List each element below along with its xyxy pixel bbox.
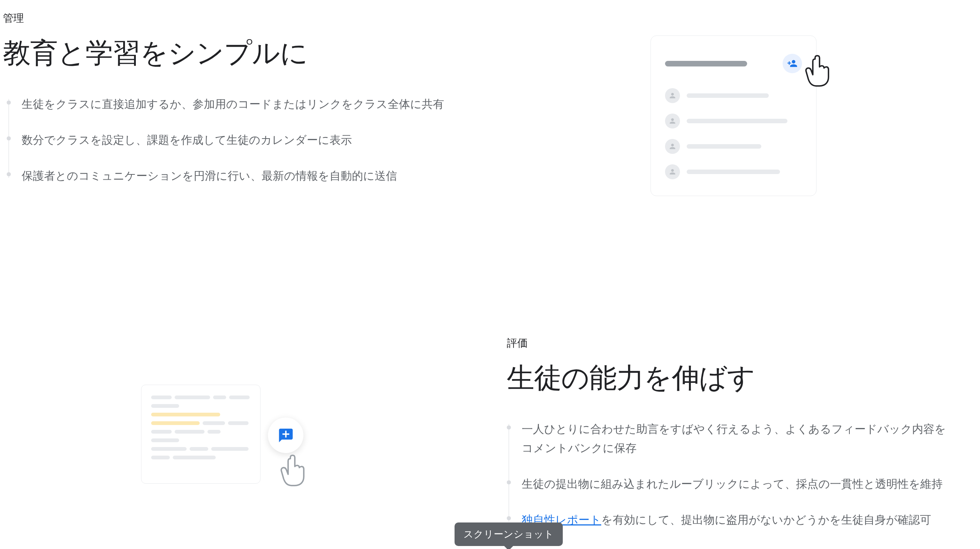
section-eyebrow: 評価 [507, 336, 973, 350]
list-item: 生徒の提出物に組み込まれたルーブリックによって、採点の一貫性と透明性を維持 [507, 474, 955, 493]
section-manage: 管理 教育と学習をシンプルに 生徒をクラスに直接追加するか、参加用のコードまたは… [3, 11, 973, 202]
placeholder-line [687, 93, 769, 98]
list-item: 保護者とのコミュニケーションを円滑に行い、最新の情報を自動的に送信 [7, 166, 447, 185]
list-item: 数分でクラスを設定し、課題を作成して生徒のカレンダーに表示 [7, 130, 447, 149]
placeholder-title [665, 61, 747, 67]
person-row [665, 164, 802, 179]
avatar [665, 139, 680, 154]
add-comment-button [268, 418, 304, 453]
placeholder-line [687, 144, 761, 148]
add-comment-icon [278, 427, 294, 444]
list-item-tail: を有効にして、提出物に盗用がないかどうかを生徒自身が確認可 [601, 514, 931, 526]
document-comment-illustration [141, 385, 328, 484]
section-evaluate: 評価 生徒の能力を伸ばす 一人ひとりに合わせた助言をすばやく行えるよう、よくある… [3, 336, 973, 546]
list-item: 一人ひとりに合わせた助言をすばやく行えるよう、よくあるフィードバック内容をコメン… [507, 420, 955, 458]
person-icon [668, 142, 676, 150]
avatar [665, 113, 680, 128]
section-heading: 生徒の能力を伸ばす [507, 360, 973, 397]
card-header [665, 54, 802, 73]
person-icon [668, 117, 676, 125]
section-eyebrow: 管理 [3, 11, 973, 26]
feature-list: 一人ひとりに合わせた助言をすばやく行えるよう、よくあるフィードバック内容をコメン… [507, 420, 973, 529]
people-card [651, 35, 816, 196]
list-item: 独自性レポートを有効にして、提出物に盗用がないかどうかを生徒自身が確認可 [507, 510, 955, 529]
placeholder-line [687, 119, 788, 123]
document-card [141, 385, 261, 484]
placeholder-line [687, 169, 780, 174]
person-add-icon [787, 58, 797, 69]
add-person-button [783, 54, 802, 73]
person-icon [668, 91, 676, 100]
pointer-hand-icon [804, 54, 831, 90]
people-list-illustration [651, 35, 816, 196]
feature-list: 生徒をクラスに直接追加するか、参加用のコードまたはリンクをクラス全体に共有 数分… [7, 94, 973, 185]
avatar [665, 164, 680, 179]
person-row [665, 139, 802, 154]
list-item: 生徒をクラスに直接追加するか、参加用のコードまたはリンクをクラス全体に共有 [7, 94, 447, 113]
pointer-hand-icon [279, 454, 306, 490]
person-row [665, 88, 802, 103]
person-row [665, 113, 802, 128]
avatar [665, 88, 680, 103]
screenshot-tooltip: スクリーンショット [455, 522, 563, 546]
person-icon [668, 168, 676, 176]
